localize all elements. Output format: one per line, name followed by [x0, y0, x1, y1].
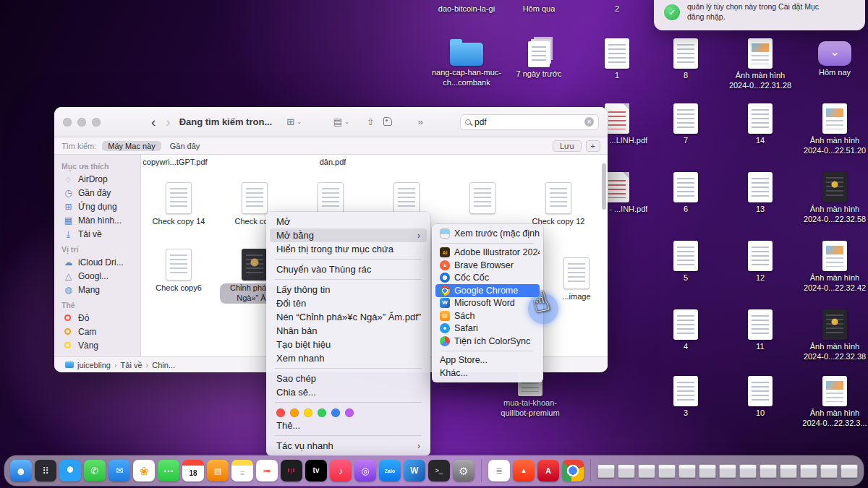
file-item[interactable]: Check copy 14 — [142, 182, 215, 227]
scope-this-mac[interactable]: Máy Mac này — [102, 141, 161, 151]
menu-open-with[interactable]: Mở bằng › — [270, 228, 427, 242]
desktop-icon[interactable]: 6 — [650, 170, 722, 215]
menu-share[interactable]: Chia sẻ... — [270, 385, 427, 399]
submenu-other[interactable]: Khác... — [435, 367, 540, 380]
file-item[interactable]: Check copy 12 — [522, 182, 595, 227]
view-mode-button[interactable]: ⊞ ⌄ — [286, 116, 302, 127]
dock-reminders-icon[interactable]: ≔ — [256, 460, 278, 481]
desktop-icon[interactable]: 10 — [724, 374, 796, 419]
file-item[interactable]: ...image — [540, 257, 608, 302]
dock-terminal-icon[interactable]: >_ — [428, 460, 450, 481]
close-button[interactable] — [63, 118, 72, 127]
submenu-books[interactable]: ▤ Sách — [435, 309, 540, 322]
dock-messages-icon[interactable]: … — [158, 460, 179, 481]
menu-compress[interactable]: Nén “Chỉnh phá»¥c Ngà»” Ăm.pdf” — [270, 310, 427, 324]
menu-open[interactable]: Mở — [270, 215, 427, 228]
add-criteria-button[interactable]: + — [586, 140, 600, 152]
dock-settings-icon[interactable]: ⚙ — [453, 460, 475, 481]
vertical-scrollbar[interactable] — [602, 163, 606, 210]
file-item[interactable]: copywri...tGPT.pdf — [141, 158, 211, 168]
dock-minimized-window-thumbn0ail[interactable] — [638, 464, 655, 478]
tag-color-dot[interactable] — [290, 408, 299, 417]
dock-zalo-icon[interactable]: Zalo — [379, 460, 401, 481]
desktop-icon[interactable]: 4 — [650, 307, 722, 352]
menu-show-in-enclosing-folder[interactable]: Hiển thị trong thư mục chứa — [270, 242, 427, 256]
dock-minimized-window-thumbnail[interactable] — [719, 464, 736, 478]
dock-minimized-window-thumbnail[interactable] — [780, 464, 797, 478]
file-item[interactable]: dân.pdf — [297, 158, 369, 168]
dock-launchpad-icon[interactable]: ⠿ — [35, 460, 56, 481]
dock-minimized-window-thumbnail[interactable] — [800, 464, 817, 478]
dock-podcasts-icon[interactable]: ◎ — [354, 460, 376, 481]
menu-get-info[interactable]: Lấy thông tin — [270, 283, 427, 296]
menu-copy[interactable]: Sao chép — [270, 372, 427, 385]
sidebar-tag-red[interactable]: Đỏ — [57, 311, 137, 325]
desktop-icon[interactable]: 7 ngày trước — [503, 36, 575, 80]
desktop-icon[interactable]: 2 — [581, 4, 653, 14]
dock-mail-icon[interactable]: ✉ — [109, 460, 130, 481]
breadcrumb-item[interactable]: › Chin... — [146, 361, 175, 369]
menu-rename[interactable]: Đổi tên — [270, 296, 427, 310]
tag-color-dot[interactable] — [345, 408, 354, 417]
dock-minimized-window-thumbnail[interactable] — [739, 464, 757, 478]
desktop-icon[interactable]: Ảnh màn hình 2024-0...22.32.38 — [799, 307, 868, 362]
breadcrumb-item[interactable]: › Tải về — [114, 361, 142, 369]
desktop-icon[interactable]: 13 — [724, 170, 796, 215]
tag-color-dot[interactable] — [304, 408, 312, 417]
dock-textedit-icon[interactable]: ≣ — [488, 460, 510, 481]
sidebar-item-recents[interactable]: ◷ Gần đây — [57, 186, 137, 200]
dock-finder-icon[interactable]: ☻ — [10, 460, 32, 481]
menu-move-to-trash[interactable]: Chuyển vào Thùng rác — [270, 262, 427, 276]
notification-banner[interactable]: ✓ quản lý tùy chọn này trong Cài đặt Mục… — [654, 0, 865, 30]
tag-color-dot[interactable] — [318, 408, 326, 417]
sidebar-tag-orange[interactable]: Cam — [57, 325, 137, 338]
desktop-icon[interactable]: nang-cap-han-muc-ch...combank — [430, 36, 503, 88]
file-item[interactable]: Check copy6 — [142, 249, 215, 294]
submenu-microsoft-word[interactable]: W Microsoft Word — [435, 297, 540, 310]
zoom-button[interactable] — [92, 118, 101, 127]
dock-minimized-window-thumbnail[interactable] — [820, 464, 838, 478]
dock-divider[interactable] — [590, 459, 591, 482]
submenu-adobe-illustrator[interactable]: Ai Adobe Illustrator 2024 — [435, 247, 540, 260]
dock-minimized-window-thumbnail[interactable] — [678, 464, 696, 478]
file-item[interactable] — [446, 182, 519, 217]
dock-acrobat-icon[interactable]: A — [537, 460, 559, 481]
desktop-icon[interactable]: 1 — [581, 36, 653, 81]
submenu-app-store[interactable]: App Store... — [435, 354, 540, 367]
dock-tv-icon[interactable]: tv — [305, 460, 327, 481]
dock-calendar-icon[interactable]: 18 — [182, 460, 204, 481]
tag-color-dot[interactable] — [276, 408, 285, 417]
desktop-icon[interactable]: Ảnh màn hình 2024-0...22.51.20 — [799, 101, 868, 156]
desktop-icon[interactable]: 12 — [724, 239, 796, 283]
search-field[interactable]: ✕ — [460, 114, 599, 130]
desktop-icon[interactable]: Hôm qua — [503, 4, 575, 14]
dock-divider[interactable] — [481, 459, 482, 482]
dock-voice-memos-icon[interactable]: ‖|‖ — [281, 460, 302, 481]
dock-photos-icon[interactable]: ❀ — [133, 460, 155, 481]
dock-music-icon[interactable]: ♪ — [330, 460, 352, 481]
tag-color-dot[interactable] — [331, 408, 340, 417]
dock-minimized-window-thumbnail[interactable] — [618, 464, 635, 478]
sidebar-item-desktop[interactable]: ▦ Màn hình... — [57, 213, 137, 227]
menu-duplicate[interactable]: Nhân bản — [270, 324, 427, 338]
desktop-icon[interactable]: Ảnh màn hình 2024-0...22.32.3... — [799, 374, 868, 429]
submenu-colorsync-utility[interactable]: Tiện ích ColorSync — [435, 335, 540, 348]
dock-minimized-window-thumbnail[interactable] — [658, 464, 676, 478]
submenu-google-chrome[interactable]: Google Chrome — [435, 284, 540, 297]
sidebar-item-downloads[interactable]: ⤓ Tải về — [57, 227, 137, 241]
more-toolbar-button[interactable]: » — [418, 117, 423, 127]
desktop-icon[interactable]: 8 — [650, 36, 722, 81]
submenu-coc-coc[interactable]: Cốc Cốc — [435, 272, 540, 285]
menu-tags[interactable]: Thẻ... — [270, 419, 427, 432]
dock-facetime-icon[interactable]: ✆ — [84, 460, 106, 481]
save-search-button[interactable]: Lưu — [553, 140, 582, 152]
desktop-icon[interactable]: Ảnh màn hình 2024-0...22.31.28 — [724, 36, 796, 91]
sidebar-item-applications[interactable]: ⊞ Ứng dụng — [57, 200, 137, 213]
sidebar-item-icloud-drive[interactable]: ☁ iCloud Dri... — [57, 255, 137, 269]
submenu-brave-browser[interactable]: Brave Browser — [435, 259, 540, 272]
sidebar-item-google-drive[interactable]: △ Googl... — [57, 269, 137, 283]
desktop-icon[interactable]: 3 — [650, 374, 722, 419]
dock-notes-icon[interactable]: ≡ — [231, 460, 253, 481]
dock-minimized-window-thumbnail[interactable] — [597, 464, 615, 478]
desktop-icon[interactable]: 5 — [650, 239, 722, 283]
